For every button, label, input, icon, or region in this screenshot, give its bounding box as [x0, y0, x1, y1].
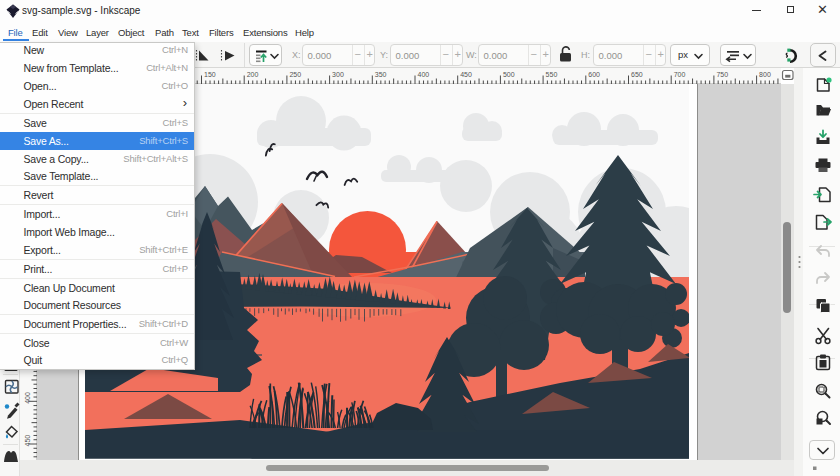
- svg-text:700: 700: [674, 71, 686, 78]
- svg-text:300: 300: [332, 71, 344, 78]
- svg-text:600: 600: [588, 71, 600, 78]
- svg-text:650: 650: [631, 71, 643, 78]
- svg-text:450: 450: [24, 435, 31, 447]
- svg-text:750: 750: [716, 71, 728, 78]
- svg-text:250: 250: [289, 71, 301, 78]
- svg-text:150: 150: [204, 71, 216, 78]
- svg-text:400: 400: [418, 71, 430, 78]
- svg-text:450: 450: [460, 71, 472, 78]
- svg-text:550: 550: [546, 71, 558, 78]
- svg-text:800: 800: [759, 71, 771, 78]
- svg-text:350: 350: [375, 71, 387, 78]
- svg-text:200: 200: [247, 71, 259, 78]
- svg-text:400: 400: [24, 392, 31, 404]
- svg-text:500: 500: [503, 71, 515, 78]
